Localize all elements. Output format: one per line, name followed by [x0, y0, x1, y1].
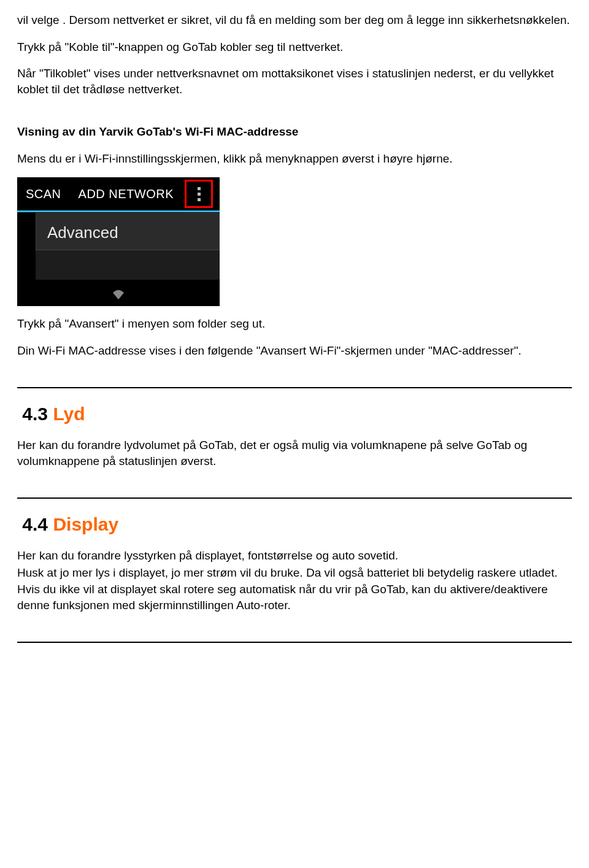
section-44-heading: 4.4 Display: [17, 512, 572, 537]
android-accent-line: [17, 210, 220, 212]
dropdown-advanced: Advanced: [36, 213, 220, 253]
paragraph-intro-2: Trykk på "Koble til"-knappen og GoTab ko…: [17, 39, 572, 55]
section-44-p3: Hvis du ikke vil at displayet skal roter…: [17, 582, 572, 613]
section-44-p1: Her kan du forandre lysstyrken på displa…: [17, 548, 572, 564]
mac-paragraph-3: Din Wi-Fi MAC-addresse vises i den følge…: [17, 343, 572, 359]
paragraph-intro-3: Når "Tilkoblet" vises under nettverksnav…: [17, 66, 572, 97]
section-44-title: Display: [53, 514, 118, 534]
section-divider: [17, 497, 572, 499]
section-44-p2: Husk at jo mer lys i displayet, jo mer s…: [17, 565, 572, 581]
paragraph-intro-1: vil velge . Dersom nettverket er sikret,…: [17, 12, 572, 28]
section-43-heading: 4.3 Lyd: [17, 402, 572, 427]
section-43-number: 4.3: [22, 404, 48, 424]
menu-highlight-box: [185, 180, 213, 208]
overflow-menu-icon: [198, 187, 201, 201]
wifi-icon-row: [17, 284, 220, 304]
section-43-title: Lyd: [53, 404, 85, 424]
section-divider: [17, 642, 572, 643]
android-topbar: SCAN ADD NETWORK: [17, 177, 220, 210]
wifi-icon: [112, 288, 125, 299]
scan-button-label: SCAN: [17, 186, 70, 202]
section-44-number: 4.4: [22, 514, 48, 534]
mac-heading: Visning av din Yarvik GoTab's Wi-Fi MAC-…: [17, 124, 572, 140]
dropdown-empty-row: [36, 250, 220, 280]
mac-paragraph-1: Mens du er i Wi-Fi-innstillingsskjermen,…: [17, 151, 572, 167]
add-network-button-label: ADD NETWORK: [70, 186, 183, 202]
android-screenshot: SCAN ADD NETWORK Advanced: [17, 177, 220, 306]
section-43-body: Her kan du forandre lydvolumet på GoTab,…: [17, 437, 572, 469]
mac-paragraph-2: Trykk på "Avansert" i menyen som folder …: [17, 316, 572, 332]
section-divider: [17, 387, 572, 388]
